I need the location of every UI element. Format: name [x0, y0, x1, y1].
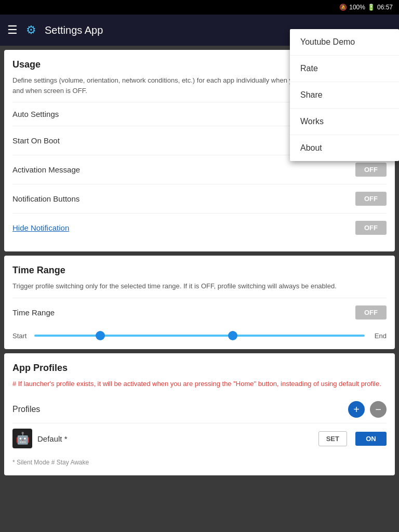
- profile-name: Default *: [37, 434, 313, 443]
- app-profiles-note: # If launcher's profile exists, it will …: [12, 379, 387, 389]
- menu-item-share[interactable]: Share: [290, 82, 399, 109]
- notification-buttons-row: Notification Buttons OFF: [12, 184, 387, 213]
- app-profiles-card: App Profiles # If launcher's profile exi…: [4, 353, 395, 476]
- activation-message-label: Activation Message: [12, 165, 80, 174]
- start-on-boot-label: Start On Boot: [12, 136, 60, 145]
- remove-profile-button[interactable]: −: [370, 401, 387, 418]
- app-profiles-title: App Profiles: [12, 363, 387, 374]
- auto-settings-label: Auto Settings: [12, 110, 59, 118]
- default-profile-item: 🤖 Default * SET ON: [12, 423, 387, 454]
- default-profile-toggle[interactable]: ON: [355, 432, 387, 446]
- profiles-row: Profiles + −: [12, 396, 387, 423]
- slider-end-label: End: [370, 332, 387, 340]
- battery-percentage: 100%: [349, 4, 365, 11]
- profiles-label: Profiles: [12, 405, 40, 414]
- hide-notification-toggle[interactable]: OFF: [355, 221, 387, 235]
- profiles-actions: + −: [348, 401, 387, 418]
- mute-icon: 🔕: [339, 4, 347, 11]
- profiles-sub-note: * Silent Mode # Stay Awake: [12, 454, 387, 466]
- slider-thumb-start[interactable]: [96, 331, 105, 340]
- status-icons: 🔕 100% 🔋 06:57: [339, 4, 393, 11]
- notification-buttons-label: Notification Buttons: [12, 194, 79, 203]
- time-range-label: Time Range: [12, 308, 55, 317]
- time-range-toggle-row: Time Range OFF: [12, 298, 387, 327]
- time-range-title: Time Range: [12, 265, 387, 276]
- menu-button[interactable]: ☰: [7, 23, 18, 37]
- clock: 06:57: [377, 4, 393, 11]
- app-title: Settings App: [45, 24, 103, 36]
- menu-item-about[interactable]: About: [290, 135, 399, 161]
- menu-item-rate[interactable]: Rate: [290, 56, 399, 82]
- add-profile-button[interactable]: +: [348, 401, 365, 418]
- menu-item-youtube-demo[interactable]: Youtube Demo: [290, 29, 399, 56]
- hide-notification-label: Hide Notification: [12, 223, 69, 232]
- slider-thumb-end[interactable]: [228, 331, 237, 340]
- set-profile-button[interactable]: SET: [318, 431, 347, 446]
- hide-notification-row: Hide Notification OFF: [12, 213, 387, 242]
- time-range-slider: Start End: [12, 332, 387, 340]
- notification-buttons-toggle[interactable]: OFF: [355, 192, 387, 206]
- activation-message-toggle[interactable]: OFF: [355, 163, 387, 177]
- time-range-toggle[interactable]: OFF: [355, 305, 387, 320]
- menu-item-works[interactable]: Works: [290, 109, 399, 135]
- time-range-description: Trigger profile switching only for the s…: [12, 281, 387, 291]
- time-range-card: Time Range Trigger profile switching onl…: [4, 256, 395, 349]
- status-bar: 🔕 100% 🔋 06:57: [0, 0, 399, 15]
- battery-icon: 🔋: [367, 4, 375, 11]
- profile-avatar: 🤖: [12, 429, 32, 448]
- dropdown-menu: Youtube Demo Rate Share Works About: [290, 29, 399, 161]
- slider-track[interactable]: [34, 335, 365, 337]
- settings-icon: ⚙: [26, 23, 36, 37]
- slider-start-label: Start: [12, 332, 29, 340]
